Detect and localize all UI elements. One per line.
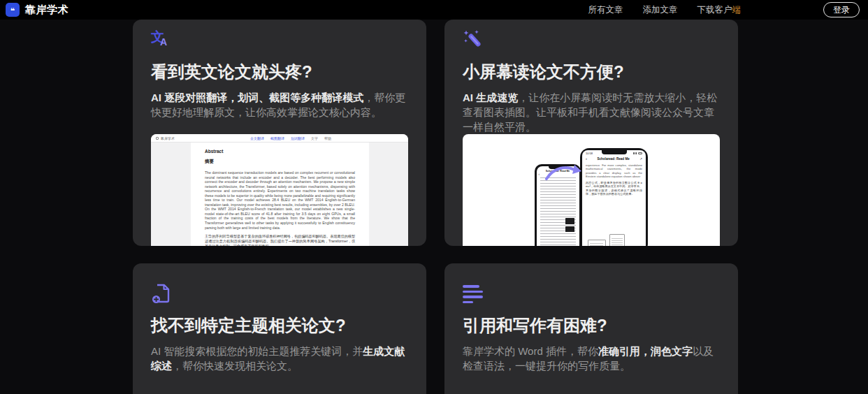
card-body: 靠岸学术的 Word 插件，帮你准确引用，润色文字以及检查语法，一键提升你的写作…: [463, 344, 720, 373]
feature-card-find-papers: 找不到特定主题相关论文? AI 智能搜索根据您的初始主题推荐关键词，并生成文献综…: [133, 263, 426, 394]
card-body: AI 逐段对照翻译，划词、截图等多种翻译模式，帮你更快更好地理解原文，让你高效掌…: [151, 90, 408, 119]
translate-icon: 文A: [151, 29, 408, 50]
nav-link-add-article[interactable]: 添加文章: [643, 4, 678, 16]
reader-toolbar: 靠岸学术 全文翻译 截图翻译 划词翻译 文字 帮助: [151, 134, 408, 143]
status-icons: [633, 152, 642, 154]
abstract-heading: Abstract: [205, 149, 355, 154]
navbar-right: 所有文章 添加文章 下载客户端 登录: [588, 2, 860, 17]
navbar: ❝ 靠岸学术 所有文章 添加文章 下载客户端 登录: [0, 0, 868, 20]
magic-wand-icon: [463, 29, 720, 50]
figure-thumbnail: [588, 240, 606, 246]
figure-thumbnail: [609, 234, 625, 246]
phone-front: 10:58 ‹ Scholaread: Read Me ↗ experience…: [580, 148, 648, 246]
window-icon: [156, 137, 159, 140]
reader-toolbar-items: 全文翻译 截图翻译 划词翻译 文字 帮助: [250, 136, 331, 140]
body-text-segment: ，帮你快速发现相关论文。: [172, 360, 298, 372]
abstract-text-en: The dominant sequence transduction model…: [205, 170, 355, 230]
card-body: AI 智能搜索根据您的初始主题推荐关键词，并生成文献综述，帮你快速发现相关论文。: [151, 344, 408, 373]
feature-card-translate: 文A 看到英文论文就头疼? AI 逐段对照翻译，划词、截图等多种翻译模式，帮你更…: [133, 20, 426, 246]
feature-grid: 文A 看到英文论文就头疼? AI 逐段对照翻译，划词、截图等多种翻译模式，帮你更…: [133, 20, 738, 394]
nav-link-download-client[interactable]: 下载客户端: [697, 4, 742, 16]
phone-paragraph-zh: 内容公式，即使是复杂的独立数学公式 E = mc²，也能清晰展示在文本中间。对于…: [582, 179, 646, 196]
card-title: 引用和写作有困难?: [463, 315, 720, 336]
toolbar-item-help[interactable]: 帮助: [324, 136, 331, 140]
back-chevron-icon: ‹: [539, 173, 540, 176]
pdf-figure: [565, 218, 574, 224]
brand-logo-quote-icon: ❝: [6, 3, 20, 17]
card-title: 找不到特定主题相关论文?: [151, 315, 408, 336]
card-title: 看到英文论文就头疼?: [151, 61, 408, 82]
signal-icon: [633, 152, 637, 154]
reader-screenshot: 靠岸学术 全文翻译 截图翻译 划词翻译 文字 帮助 Abstract 摘要 Th…: [151, 134, 408, 246]
phones-screenshot: ‹ Scholaread: Read Me: [463, 134, 720, 246]
download-label-highlight: 端: [732, 5, 742, 15]
body-text-segment: 准确引用，润色文字: [598, 345, 693, 357]
abstract-text-zh: 主导的序列转导模型是基于复杂的循环或卷积神经网络，包括编码器和解码器。表现最佳的…: [205, 234, 355, 246]
share-icon[interactable]: ↗: [639, 157, 642, 161]
toolbar-item-word-translate[interactable]: 划词翻译: [291, 136, 305, 140]
phone-notch: [602, 150, 627, 154]
phone-figure-thumbnails: [588, 234, 625, 246]
download-label: 下载客户: [697, 5, 732, 15]
reader-toolbar-brand: 靠岸学术: [156, 136, 175, 140]
card-title: 小屏幕读论文不方便?: [463, 61, 720, 82]
body-text-segment: 靠岸学术的 Word 插件，帮你: [463, 345, 598, 357]
body-text-segment: AI 逐段对照翻译，划词、截图等多种翻译模式: [151, 92, 363, 103]
pdf-figure: [565, 226, 574, 232]
feature-card-mobile-reading: 小屏幕读论文不方便? AI 生成速览，让你在小屏幕阅读时无需放大缩小，轻松查看图…: [444, 20, 738, 246]
text-lines-icon: [463, 283, 720, 304]
phone-nav-bar: ‹ Scholaread: Read Me ↗: [582, 155, 646, 162]
nav-link-all-articles[interactable]: 所有文章: [588, 4, 623, 16]
login-button[interactable]: 登录: [823, 2, 860, 17]
status-time: 10:58: [586, 152, 593, 155]
card-body: AI 生成速览，让你在小屏幕阅读时无需放大缩小，轻松查看图表插图。让平板和手机看…: [463, 90, 720, 134]
transform-arrow-icon: [544, 162, 583, 184]
phone-paragraph-en: experience. For more complex, standalone…: [582, 162, 646, 179]
battery-icon: [638, 152, 642, 154]
pdf-page-skeleton: [540, 177, 576, 247]
toolbar-item-screenshot-translate[interactable]: 截图翻译: [270, 136, 284, 140]
brand-name: 靠岸学术: [25, 3, 68, 17]
brand[interactable]: ❝ 靠岸学术: [6, 3, 68, 17]
body-text-segment: AI 智能搜索根据您的初始主题推荐关键词，并: [151, 345, 363, 357]
body-text-segment: AI 生成速览: [463, 92, 518, 103]
toolbar-item-full-translate[interactable]: 全文翻译: [250, 136, 264, 140]
nav-links: 所有文章 添加文章 下载客户端: [588, 4, 742, 16]
paper-page: Abstract 摘要 The dominant sequence transd…: [191, 143, 369, 246]
phone-app-title: Scholaread: Read Me: [587, 157, 639, 161]
feature-card-writing: 引用和写作有困难? 靠岸学术的 Word 插件，帮你准确引用，润色文字以及检查语…: [444, 263, 738, 394]
toolbar-item-text[interactable]: 文字: [311, 136, 318, 140]
document-add-icon: [151, 283, 408, 304]
abstract-heading-zh: 摘要: [205, 159, 355, 165]
